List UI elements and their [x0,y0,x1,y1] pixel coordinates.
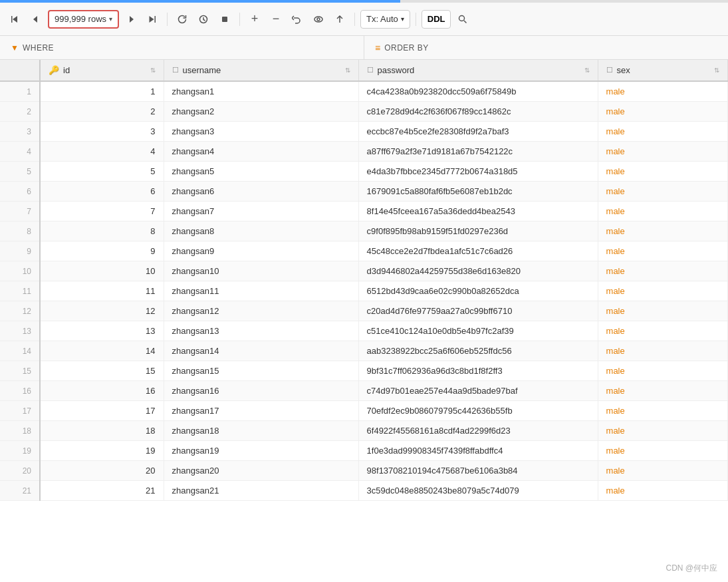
watermark: CDN @何中应 [666,563,717,574]
table-row[interactable]: 1212zhangsan12c20ad4d76fe97759aa27a0c99b… [0,301,728,321]
cell-sex: male [598,261,727,281]
cell-sex: male [598,162,727,182]
rows-count-label: 999,999 rows [55,14,106,24]
search-btn[interactable] [453,10,472,29]
cell-password: c74d97b01eae257e44aa9d5bade97baf [358,381,598,401]
svg-rect-1 [222,17,227,22]
cell-id: 8 [40,221,164,241]
cell-username: zhangsan17 [164,401,358,421]
cell-password: 6f4922f45568161a8cdf4ad2299f6d23 [358,421,598,441]
tx-chevron-icon: ▾ [401,15,404,23]
col-password-sort-icon[interactable]: ⇅ [584,67,590,74]
cell-row-num: 9 [0,241,40,261]
order-by-section[interactable]: ≡ ORDER BY [364,36,728,59]
separator-2 [239,13,240,26]
table-row[interactable]: 55zhangsan5e4da3b7fbbce2345d7772b0674a31… [0,162,728,182]
table-row[interactable]: 1313zhangsan13c51ce410c124a10e0db5e4b97f… [0,321,728,341]
col-header-username[interactable]: ☐ username ⇅ [164,60,358,81]
table-row[interactable]: 2020zhangsan2098f13708210194c475687be610… [0,461,728,481]
cell-password: 1f0e3dad99908345f7439f8ffabdffc4 [358,441,598,461]
table-row[interactable]: 1515zhangsan159bf31c7ff062936a96d3c8bd1f… [0,361,728,381]
col-sex-label: sex [617,65,630,75]
revert-btn[interactable] [288,10,306,29]
cell-row-num: 17 [0,401,40,421]
next-btn[interactable] [122,10,140,29]
data-table: 🔑 id ⇅ ☐ username ⇅ ☐ password [0,60,728,501]
table-row[interactable]: 1717zhangsan1770efdf2ec9b086079795c44263… [0,401,728,421]
svg-point-4 [459,15,465,21]
table-row[interactable]: 1818zhangsan186f4922f45568161a8cdf4ad229… [0,421,728,441]
table-row[interactable]: 44zhangsan4a87ff679a2f3e71d9181a67b75421… [0,142,728,162]
cell-password: 8f14e45fceea167a5a36dedd4bea2543 [358,202,598,221]
cell-id: 3 [40,122,164,142]
cell-username: zhangsan15 [164,361,358,381]
add-row-btn[interactable]: + [245,10,264,29]
cell-sex: male [598,142,727,162]
first-btn[interactable] [5,10,24,29]
cell-username: zhangsan11 [164,281,358,301]
cell-username: zhangsan10 [164,261,358,281]
table-row[interactable]: 2121zhangsan213c59dc048e8850243be8079a5c… [0,481,728,501]
cell-username: zhangsan16 [164,381,358,401]
table-row[interactable]: 1414zhangsan14aab3238922bcc25a6f606eb525… [0,341,728,361]
cell-password: 45c48cce2e2d7fbdea1afc51c7c6ad26 [358,241,598,261]
cell-row-num: 15 [0,361,40,381]
col-id-sort-icon[interactable]: ⇅ [150,67,156,74]
col-password-type-icon: ☐ [367,66,374,74]
separator-1 [167,13,168,26]
cell-password: eccbc87e4b5ce2fe28308fd9f2a7baf3 [358,122,598,142]
col-header-sex[interactable]: ☐ sex ⇅ [598,60,727,81]
cell-id: 1 [40,81,164,102]
table-row[interactable]: 66zhangsan61679091c5a880faf6fb5e6087eb1b… [0,182,728,202]
col-header-id[interactable]: 🔑 id ⇅ [40,60,164,81]
cell-username: zhangsan20 [164,461,358,481]
cell-id: 15 [40,361,164,381]
cell-sex: male [598,281,727,301]
commit-btn[interactable] [330,10,349,29]
preview-btn[interactable] [309,10,328,29]
table-row[interactable]: 1010zhangsan10d3d9446802a44259755d38e6d1… [0,261,728,281]
refresh-btn[interactable] [173,10,191,29]
filter-bar: ▼ WHERE ≡ ORDER BY [0,36,728,60]
table-row[interactable]: 1616zhangsan16c74d97b01eae257e44aa9d5bad… [0,381,728,401]
col-header-password[interactable]: ☐ password ⇅ [358,60,598,81]
cell-password: d3d9446802a44259755d38e6d163e820 [358,261,598,281]
cell-password: e4da3b7fbbce2345d7772b0674a318d5 [358,162,598,182]
cell-username: zhangsan9 [164,241,358,261]
cell-password: c4ca4238a0b923820dcc509a6f75849b [358,81,598,102]
cell-sex: male [598,182,727,202]
stop-btn[interactable] [215,10,234,29]
cell-row-num: 18 [0,421,40,441]
table-row[interactable]: 99zhangsan945c48cce2e2d7fbdea1afc51c7c6a… [0,241,728,261]
last-btn[interactable] [143,10,162,29]
cell-id: 14 [40,341,164,361]
cell-sex: male [598,81,727,102]
cell-id: 5 [40,162,164,182]
table-row[interactable]: 33zhangsan3eccbc87e4b5ce2fe28308fd9f2a7b… [0,122,728,142]
table-row[interactable]: 22zhangsan2c81e728d9d4c2f636f067f89cc148… [0,102,728,122]
rows-selector[interactable]: 999,999 rows ▾ [48,10,119,29]
remove-row-btn[interactable]: − [267,10,285,29]
cell-username: zhangsan7 [164,202,358,221]
table-row[interactable]: 88zhangsan8c9f0f895fb98ab9159f51fd0297e2… [0,221,728,241]
col-header-rownum [0,60,40,81]
table-header-row: 🔑 id ⇅ ☐ username ⇅ ☐ password [0,60,728,81]
history-btn[interactable] [194,10,213,29]
cell-username: zhangsan3 [164,122,358,142]
cell-row-num: 2 [0,102,40,122]
cell-username: zhangsan21 [164,481,358,501]
ddl-button[interactable]: DDL [422,10,451,29]
cell-username: zhangsan5 [164,162,358,182]
table-row[interactable]: 77zhangsan78f14e45fceea167a5a36dedd4bea2… [0,202,728,221]
key-icon: 🔑 [49,65,59,75]
tx-auto-select[interactable]: Tx: Auto ▾ [360,10,410,29]
table-row[interactable]: 1919zhangsan191f0e3dad99908345f7439f8ffa… [0,441,728,461]
table-row[interactable]: 11zhangsan1c4ca4238a0b923820dcc509a6f758… [0,81,728,102]
cell-sex: male [598,481,727,501]
col-username-sort-icon[interactable]: ⇅ [345,67,350,74]
prev-btn[interactable] [27,10,45,29]
where-section[interactable]: ▼ WHERE [0,36,364,59]
cell-password: 1679091c5a880faf6fb5e6087eb1b2dc [358,182,598,202]
table-row[interactable]: 1111zhangsan116512bd43d9caa6e02c990b0a82… [0,281,728,301]
col-sex-sort-icon[interactable]: ⇅ [714,67,719,74]
